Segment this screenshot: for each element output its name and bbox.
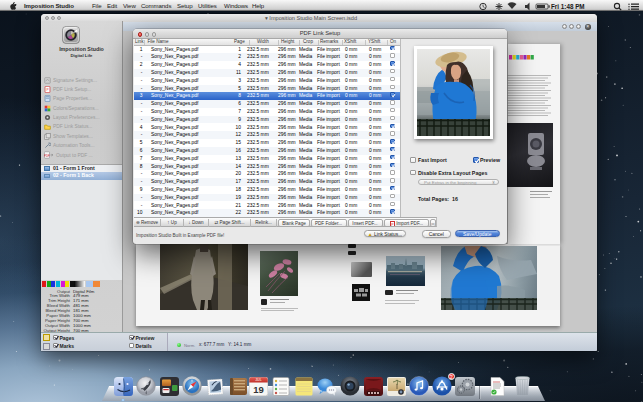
svg-text:19: 19 xyxy=(253,384,264,395)
svg-text:P: P xyxy=(46,88,48,92)
svg-text:Fri 1:48 PM: Fri 1:48 PM xyxy=(551,3,585,10)
svg-text:PDF: PDF xyxy=(44,154,50,158)
svg-text:JUL: JUL xyxy=(255,378,261,382)
